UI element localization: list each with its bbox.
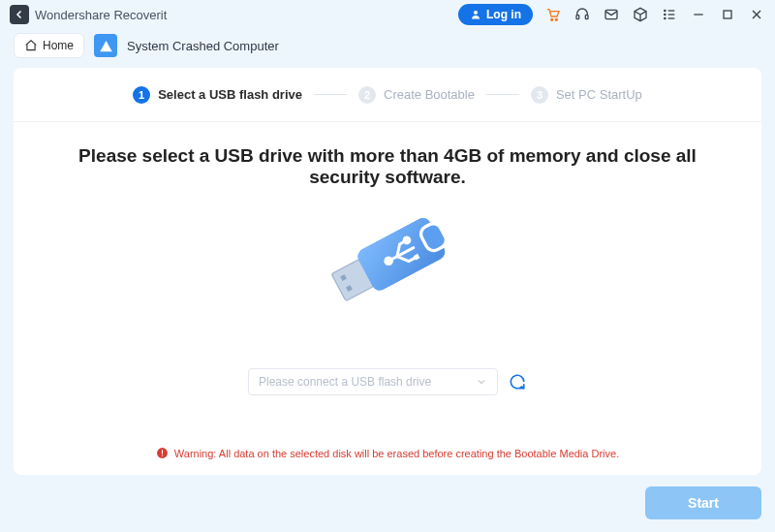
svg-rect-4 [585, 16, 588, 19]
svg-point-24 [403, 236, 411, 244]
step-divider [486, 94, 519, 95]
svg-rect-13 [724, 11, 731, 18]
chevron-down-icon [476, 376, 487, 388]
drive-select[interactable]: Please connect a USB flash drive [248, 368, 498, 395]
step-divider [314, 94, 347, 95]
step-1-label: Select a USB flash drive [158, 87, 302, 102]
svg-point-10 [665, 17, 666, 18]
svg-point-8 [665, 14, 666, 15]
step-2: 2 Create Bootable [358, 86, 475, 104]
drive-row: Please connect a USB flash drive [14, 368, 761, 395]
step-2-label: Create Bootable [384, 87, 475, 102]
main-card: 1 Select a USB flash drive 2 Create Boot… [14, 68, 761, 475]
app-badge [10, 5, 29, 24]
drive-select-placeholder: Please connect a USB flash drive [259, 375, 431, 389]
step-3-label: Set PC StartUp [556, 87, 642, 102]
warning-text: Warning: All data on the selected disk w… [14, 447, 761, 459]
maximize-icon[interactable] [719, 6, 736, 23]
breadcrumb: Home System Crashed Computer [0, 29, 775, 68]
start-button[interactable]: Start [645, 486, 761, 519]
warning-icon [156, 447, 169, 459]
login-label: Log in [486, 8, 521, 21]
cart-icon[interactable] [544, 6, 562, 23]
footer: Start [0, 475, 775, 531]
list-icon[interactable] [661, 6, 678, 23]
headset-icon[interactable] [574, 6, 591, 23]
svg-point-2 [555, 18, 557, 20]
svg-rect-28 [162, 455, 163, 456]
svg-point-1 [551, 18, 553, 20]
instruction-text: Please select a USB drive with more than… [14, 122, 761, 198]
mail-icon[interactable] [603, 6, 620, 23]
stepper: 1 Select a USB flash drive 2 Create Boot… [14, 68, 761, 122]
step-2-badge: 2 [358, 86, 376, 104]
page-title: System Crashed Computer [127, 39, 279, 53]
warning-label: Warning: All data on the selected disk w… [174, 448, 619, 459]
step-3-badge: 3 [531, 86, 548, 104]
step-3: 3 Set PC StartUp [531, 86, 642, 104]
minimize-icon[interactable] [690, 6, 707, 23]
login-button[interactable]: Log in [458, 4, 533, 25]
close-icon[interactable] [748, 6, 765, 23]
titlebar: Wondershare Recoverit Log in [0, 0, 775, 29]
step-1: 1 Select a USB flash drive [133, 86, 302, 104]
home-label: Home [43, 39, 74, 52]
svg-point-6 [665, 10, 666, 11]
home-button[interactable]: Home [14, 33, 84, 58]
svg-point-0 [474, 11, 478, 15]
usb-illustration [14, 198, 761, 362]
svg-rect-27 [162, 450, 163, 454]
step-1-badge: 1 [133, 86, 150, 104]
svg-rect-3 [576, 16, 579, 19]
app-title: Wondershare Recoverit [35, 8, 167, 22]
system-crashed-icon [94, 34, 117, 57]
cube-icon[interactable] [632, 6, 649, 23]
refresh-icon[interactable] [508, 372, 527, 391]
